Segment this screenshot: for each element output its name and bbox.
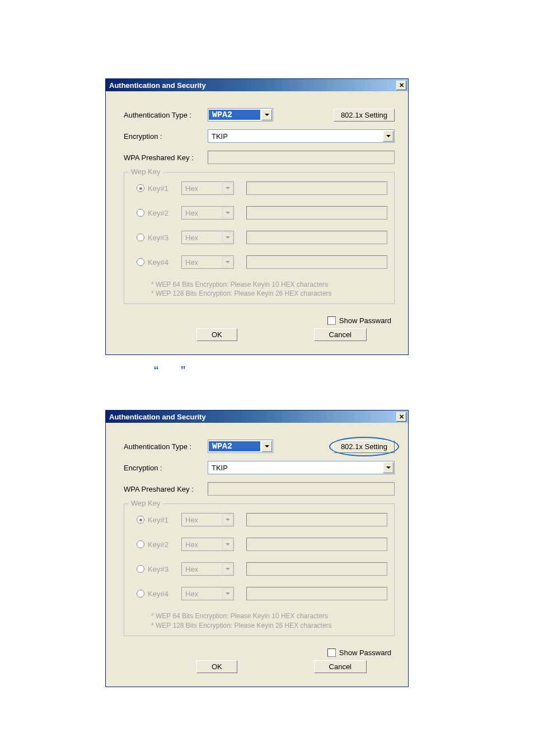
- wep-key-label: Key#3: [148, 234, 181, 242]
- wep-key-group: Wep KeyKey#1HexKey#2HexKey#3HexKey#4Hex*…: [124, 503, 395, 636]
- wep-key-input: [246, 181, 387, 195]
- chevron-down-icon: [222, 539, 233, 550]
- chevron-down-icon[interactable]: [383, 130, 394, 142]
- quote-left: “: [154, 363, 158, 379]
- auth-type-select[interactable]: WPA2: [208, 108, 273, 122]
- 8021x-setting-button[interactable]: 802.1x Setting: [334, 440, 395, 453]
- wep-key-row: Key#2Hex: [131, 538, 387, 551]
- wep-note-line: * WEP 128 Bits Encryption: Please Keyin …: [151, 621, 387, 630]
- wep-key-row: Key#1Hex: [131, 181, 387, 195]
- show-password-label: Show Passward: [339, 316, 391, 325]
- chevron-down-icon: [222, 207, 233, 218]
- wep-key-row: Key#1Hex: [131, 513, 387, 526]
- wep-key-radio: [137, 565, 144, 573]
- chevron-down-icon: [222, 232, 233, 243]
- wep-key-label: Key#1: [148, 516, 181, 524]
- wep-key-format-select: Hex: [181, 538, 234, 551]
- wep-key-radio: [137, 516, 144, 524]
- wep-key-format-select: Hex: [181, 513, 234, 526]
- wep-key-format-value: Hex: [182, 258, 222, 267]
- wep-key-radio: [137, 184, 144, 192]
- auth-type-label: Authentication Type :: [124, 442, 208, 451]
- wep-key-radio: [137, 209, 144, 217]
- wep-key-format-value: Hex: [182, 565, 222, 573]
- auth-type-value: WPA2: [209, 441, 260, 451]
- chevron-down-icon[interactable]: [261, 441, 272, 452]
- wep-key-format-value: Hex: [182, 516, 222, 524]
- wep-key-format-select: Hex: [181, 181, 234, 195]
- encryption-select[interactable]: TKIP: [208, 461, 395, 474]
- wep-key-label: Key#3: [148, 565, 181, 573]
- cancel-button[interactable]: Cancel: [314, 660, 367, 673]
- dialog-title: Authentication and Security: [109, 81, 396, 90]
- chevron-down-icon[interactable]: [261, 109, 272, 120]
- wep-key-label: Key#2: [148, 209, 181, 217]
- wep-key-format-select: Hex: [181, 255, 234, 269]
- close-icon[interactable]: ✕: [396, 412, 406, 422]
- show-password-label: Show Passward: [339, 648, 391, 657]
- dialog-body: Authentication Type :WPA2802.1x SettingE…: [106, 91, 408, 354]
- auth-security-dialog: Authentication and Security✕Authenticati…: [105, 410, 409, 687]
- wep-key-format-select: Hex: [181, 587, 234, 600]
- wep-key-label: Key#2: [148, 540, 181, 549]
- ok-button[interactable]: OK: [196, 328, 237, 341]
- encryption-value: TKIP: [208, 132, 382, 141]
- wep-key-row: Key#3Hex: [131, 231, 387, 244]
- psk-label: WPA Preshared Key :: [124, 485, 208, 493]
- auth-type-label: Authentication Type :: [124, 111, 208, 119]
- wep-key-radio: [137, 540, 144, 548]
- wep-key-format-select: Hex: [181, 231, 234, 244]
- chevron-down-icon: [222, 183, 233, 194]
- cancel-button[interactable]: Cancel: [314, 328, 367, 341]
- titlebar: Authentication and Security✕: [106, 79, 408, 91]
- dialog-body: Authentication Type :WPA2802.1x SettingE…: [106, 423, 408, 686]
- wep-key-format-value: Hex: [182, 590, 222, 598]
- 8021x-setting-button[interactable]: 802.1x Setting: [334, 109, 395, 122]
- decor-quotes: “”: [154, 363, 534, 379]
- psk-label: WPA Preshared Key :: [124, 153, 208, 162]
- auth-type-select[interactable]: WPA2: [208, 440, 273, 453]
- wep-key-input: [246, 206, 387, 220]
- encryption-label: Encryption :: [124, 132, 208, 141]
- encryption-label: Encryption :: [124, 464, 208, 472]
- titlebar: Authentication and Security✕: [106, 410, 408, 423]
- encryption-value: TKIP: [208, 464, 382, 472]
- encryption-select[interactable]: TKIP: [208, 129, 395, 143]
- wep-note-line: * WEP 128 Bits Encryption: Please Keyin …: [151, 289, 387, 298]
- wep-key-row: Key#3Hex: [131, 562, 387, 576]
- wep-note-line: * WEP 64 Bits Encryption: Please Keyin 1…: [151, 612, 387, 620]
- chevron-down-icon: [222, 256, 233, 268]
- wep-key-format-value: Hex: [182, 234, 222, 242]
- chevron-down-icon: [222, 563, 233, 575]
- wep-key-input: [246, 587, 387, 600]
- ok-button[interactable]: OK: [196, 660, 237, 673]
- wep-key-label: Key#4: [148, 590, 181, 598]
- auth-type-value: WPA2: [209, 110, 260, 120]
- wep-key-legend: Wep Key: [129, 167, 163, 176]
- wep-key-format-value: Hex: [182, 540, 222, 549]
- wep-key-input: [246, 255, 387, 269]
- wep-key-radio: [137, 590, 144, 598]
- wep-key-row: Key#4Hex: [131, 255, 387, 269]
- wep-key-input: [246, 562, 387, 576]
- wep-key-format-select: Hex: [181, 206, 234, 220]
- show-password-checkbox[interactable]: [327, 316, 336, 325]
- wep-notes: * WEP 64 Bits Encryption: Please Keyin 1…: [151, 612, 387, 629]
- wep-key-group: Wep KeyKey#1HexKey#2HexKey#3HexKey#4Hex*…: [124, 172, 395, 304]
- wep-key-radio: [137, 234, 144, 241]
- show-password-checkbox[interactable]: [327, 648, 336, 657]
- auth-security-dialog: Authentication and Security✕Authenticati…: [105, 78, 409, 355]
- wep-key-label: Key#1: [148, 184, 181, 193]
- wep-key-input: [246, 231, 387, 244]
- quote-right: ”: [181, 363, 185, 379]
- wep-key-format-value: Hex: [182, 209, 222, 217]
- wep-notes: * WEP 64 Bits Encryption: Please Keyin 1…: [151, 280, 387, 298]
- chevron-down-icon[interactable]: [383, 462, 394, 473]
- wep-key-label: Key#4: [148, 258, 181, 267]
- wep-key-radio: [137, 258, 144, 266]
- close-icon[interactable]: ✕: [396, 81, 406, 90]
- wep-key-row: Key#2Hex: [131, 206, 387, 220]
- chevron-down-icon: [222, 588, 233, 599]
- dialog-title: Authentication and Security: [109, 413, 396, 421]
- wep-key-legend: Wep Key: [129, 499, 163, 507]
